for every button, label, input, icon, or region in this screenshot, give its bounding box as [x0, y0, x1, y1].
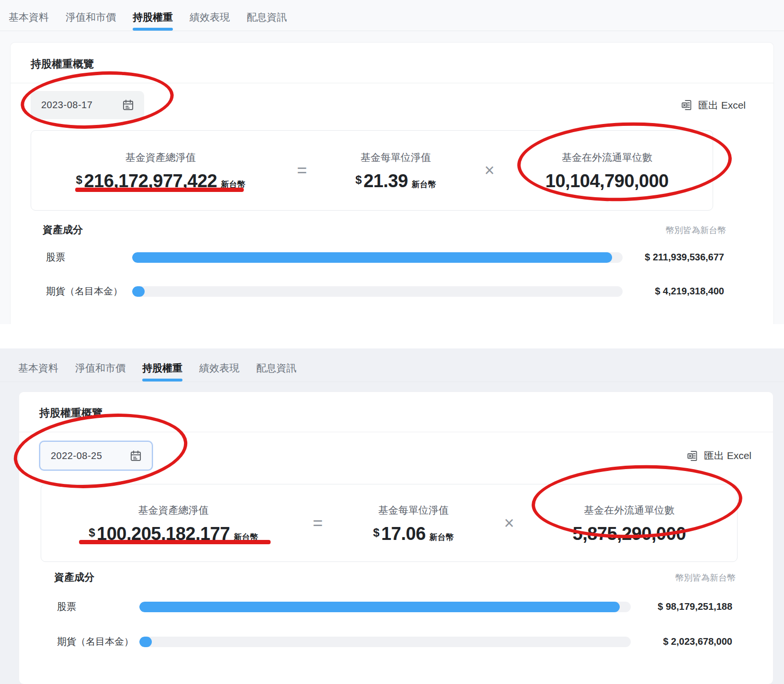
- date-picker[interactable]: 2023-08-17: [31, 91, 144, 119]
- outstanding-units-label: 基金在外流通單位數: [522, 504, 737, 517]
- tab-nav-and-price[interactable]: 淨值和市價: [66, 11, 116, 31]
- tab-performance[interactable]: 績效表現: [199, 361, 239, 381]
- formula-box: 基金資產總淨值 $216,172,977,422新台幣 = 基金每單位淨值 $2…: [31, 130, 713, 211]
- asset-composition-title: 資產成分: [43, 223, 83, 236]
- asset-bar-fill: [132, 286, 145, 297]
- export-excel-label: 匯出 Excel: [704, 449, 751, 462]
- divider: [11, 83, 773, 83]
- total-net-asset-value: $216,172,977,422新台幣: [31, 172, 290, 190]
- nav-per-unit-value: $21.39新台幣: [314, 172, 478, 190]
- holdings-overview-card: 持股權重概覽 2022-08-25: [19, 392, 773, 684]
- panel-bottom-screenshot: 基本資料 淨值和市價 持股權重 績效表現 配息資訊 持股權重概覽 2022-08…: [0, 348, 784, 684]
- asset-row-value: $ 98,179,251,188: [640, 601, 732, 612]
- tab-nav-and-price[interactable]: 淨值和市價: [75, 361, 125, 381]
- total-net-asset-value: $100,205,182,177新台幣: [41, 525, 306, 543]
- asset-row-label: 股票: [46, 251, 132, 264]
- equals-sign: =: [290, 162, 314, 179]
- formula-box: 基金資產總淨值 $100,205,182,177新台幣 = 基金每單位淨值 $1…: [41, 484, 738, 562]
- asset-composition-title: 資產成分: [54, 571, 94, 584]
- tab-basic-info[interactable]: 基本資料: [18, 361, 58, 381]
- excel-file-icon: [686, 449, 699, 462]
- asset-composition-section: 資產成分 幣別皆為新台幣 股票 $ 211,939,536,677 期貨（名目本…: [11, 223, 773, 298]
- date-picker[interactable]: 2022-08-25: [39, 441, 153, 471]
- asset-bar-track: [139, 602, 631, 612]
- asset-row-label: 股票: [57, 600, 139, 613]
- nav-per-unit-label: 基金每單位淨值: [314, 151, 478, 164]
- tab-performance[interactable]: 績效表現: [190, 11, 230, 31]
- asset-row-value: $ 4,219,318,400: [632, 286, 724, 297]
- asset-row-stocks: 股票 $ 211,939,536,677: [46, 251, 724, 264]
- nav-per-unit-value: $17.06新台幣: [330, 525, 497, 543]
- calendar-icon[interactable]: [129, 449, 142, 462]
- card-title: 持股權重概覽: [31, 57, 773, 71]
- asset-row-futures: 期貨（名目本金） $ 4,219,318,400: [46, 285, 724, 298]
- multiply-sign: ×: [477, 162, 501, 179]
- panel-top-screenshot: 基本資料 淨值和市價 持股權重 績效表現 配息資訊 持股權重概覽 2023-08…: [0, 0, 784, 348]
- asset-bar-fill: [139, 637, 152, 647]
- tab-bar: 基本資料 淨值和市價 持股權重 績效表現 配息資訊: [0, 348, 784, 382]
- asset-row-futures: 期貨（名目本金） $ 2,023,678,000: [57, 635, 732, 648]
- tab-bar: 基本資料 淨值和市價 持股權重 績效表現 配息資訊: [0, 0, 784, 31]
- export-excel-button[interactable]: 匯出 Excel: [681, 99, 746, 112]
- holdings-overview-card: 持股權重概覽 2023-08-17: [10, 42, 774, 324]
- equals-sign: =: [306, 515, 330, 532]
- currency-note: 幣別皆為新台幣: [675, 572, 736, 583]
- total-net-asset-block: 基金資產總淨值 $216,172,977,422新台幣: [31, 151, 290, 190]
- asset-bar-fill: [132, 252, 612, 263]
- date-value: 2022-08-25: [51, 450, 102, 461]
- calendar-icon[interactable]: [122, 99, 135, 112]
- asset-composition-section: 資產成分 幣別皆為新台幣 股票 $ 98,179,251,188 期貨（名目本金…: [19, 571, 773, 648]
- total-net-asset-label: 基金資產總淨值: [31, 151, 290, 164]
- excel-file-icon: [681, 99, 693, 112]
- nav-per-unit-label: 基金每單位淨值: [330, 504, 497, 517]
- outstanding-units-label: 基金在外流通單位數: [501, 151, 713, 164]
- controls-row: 2022-08-25: [39, 441, 751, 471]
- tab-holdings-weight[interactable]: 持股權重: [142, 361, 182, 381]
- date-value: 2023-08-17: [41, 100, 92, 111]
- asset-bar-track: [139, 637, 631, 647]
- nav-per-unit-block: 基金每單位淨值 $21.39新台幣: [314, 151, 478, 190]
- export-excel-button[interactable]: 匯出 Excel: [686, 449, 751, 462]
- currency-note: 幣別皆為新台幣: [666, 224, 726, 236]
- asset-row-stocks: 股票 $ 98,179,251,188: [57, 600, 732, 613]
- multiply-sign: ×: [497, 515, 522, 532]
- tab-basic-info[interactable]: 基本資料: [9, 11, 49, 31]
- export-excel-label: 匯出 Excel: [698, 99, 746, 112]
- asset-bar-fill: [139, 602, 620, 612]
- divider: [19, 432, 773, 432]
- asset-row-label: 期貨（名目本金）: [57, 635, 139, 648]
- outstanding-units-block: 基金在外流通單位數 10,104,790,000: [501, 151, 713, 190]
- outstanding-units-value: 5,875,290,000: [522, 525, 737, 543]
- tab-dividend-info[interactable]: 配息資訊: [247, 11, 287, 31]
- outstanding-units-value: 10,104,790,000: [501, 172, 713, 190]
- asset-row-value: $ 2,023,678,000: [640, 636, 732, 647]
- tab-dividend-info[interactable]: 配息資訊: [256, 361, 296, 381]
- nav-per-unit-block: 基金每單位淨值 $17.06新台幣: [330, 504, 497, 543]
- asset-row-value: $ 211,939,536,677: [632, 252, 724, 263]
- outstanding-units-block: 基金在外流通單位數 5,875,290,000: [522, 504, 737, 543]
- asset-bar-track: [132, 252, 623, 263]
- total-net-asset-label: 基金資產總淨值: [41, 504, 306, 517]
- asset-bar-track: [132, 286, 623, 297]
- asset-row-label: 期貨（名目本金）: [46, 285, 132, 298]
- card-title: 持股權重概覽: [39, 406, 773, 420]
- tab-holdings-weight[interactable]: 持股權重: [133, 11, 173, 31]
- page: 基本資料 淨值和市價 持股權重 績效表現 配息資訊 持股權重概覽 2023-08…: [0, 0, 784, 684]
- total-net-asset-block: 基金資產總淨值 $100,205,182,177新台幣: [41, 504, 306, 543]
- controls-row: 2023-08-17: [31, 91, 746, 119]
